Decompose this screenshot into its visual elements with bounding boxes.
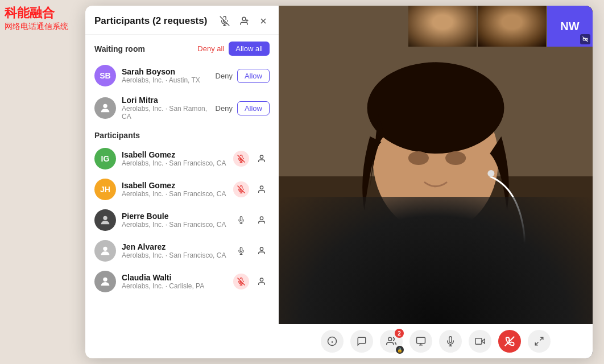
participant-name: Lori Mitra (122, 96, 210, 105)
add-person-icon[interactable] (238, 15, 250, 27)
participant-options-icon[interactable] (254, 243, 270, 259)
participant-name: Pierre Boule (122, 212, 227, 221)
avatar-ja (94, 240, 116, 262)
svg-marker-51 (482, 339, 485, 344)
svg-point-16 (260, 186, 263, 189)
mic-on-icon[interactable] (233, 243, 249, 259)
svg-point-29 (260, 278, 263, 281)
svg-line-55 (535, 342, 538, 345)
main-video-feed (279, 6, 593, 324)
svg-line-30 (582, 36, 588, 42)
avatar-cw (94, 271, 116, 292)
participant-detail: Aerolabs, Inc. · San Ramon, CA (122, 105, 210, 121)
participant-info: Lori Mitra Aerolabs, Inc. · San Ramon, C… (122, 96, 210, 121)
svg-rect-46 (417, 337, 425, 344)
controls-bar: 2 🔒 (279, 324, 593, 358)
participant-options-icon[interactable] (254, 181, 270, 197)
watermark-title: 科能融合 (5, 5, 68, 22)
participant-name: Jen Alvarez (122, 242, 227, 251)
participants-button[interactable]: 2 🔒 (380, 330, 403, 353)
nw-initials: NW (560, 20, 579, 33)
participant-options-icon[interactable] (254, 212, 270, 228)
deny-lori-button[interactable]: Deny (216, 104, 233, 113)
list-item: JH Isabell Gomez Aerolabs, Inc. · San Fr… (85, 174, 279, 205)
participant-detail: Aerolabs, Inc. · San Francisco, CA (122, 190, 227, 198)
participant-info: Sarah Boyson Aerolabs, Inc. · Austin, TX (122, 67, 210, 84)
svg-point-38 (367, 62, 504, 154)
list-item: Claudia Walti Aerolabs, Inc. · Carlisle,… (85, 266, 279, 297)
svg-rect-52 (475, 338, 482, 345)
header-icons (218, 15, 270, 27)
participant-name: Claudia Walti (122, 273, 227, 282)
participant-detail: Aerolabs, Inc. · San Francisco, CA (122, 159, 227, 167)
participant-info: Pierre Boule Aerolabs, Inc. · San Franci… (122, 212, 227, 229)
mute-button[interactable] (233, 181, 249, 197)
participant-options-icon[interactable] (254, 151, 270, 167)
participant-detail: Aerolabs, Inc. · Austin, TX (122, 76, 210, 84)
allow-all-button[interactable]: Allow all (229, 42, 270, 56)
mic-on-icon[interactable] (233, 212, 249, 228)
mic-button[interactable] (439, 330, 462, 353)
participant-detail: Aerolabs, Inc. · Carlisle, PA (122, 282, 227, 290)
allow-sarah-button[interactable]: Allow (237, 69, 270, 83)
participant-name: Isabell Gomez (122, 181, 227, 190)
participants-title: Participants (85, 125, 279, 143)
thumb-face-2 (478, 6, 546, 47)
left-panel: Participants (2 requests) (85, 6, 279, 358)
avatar-pb (94, 209, 116, 231)
video-button[interactable] (469, 330, 491, 353)
allow-lori-button[interactable]: Allow (237, 101, 270, 115)
thumbnail-1[interactable] (408, 6, 477, 47)
thumbnail-nw[interactable]: NW (547, 6, 593, 47)
svg-point-17 (103, 216, 107, 220)
lock-badge: 🔒 (396, 346, 404, 354)
thumb-face-1 (408, 6, 477, 47)
waiting-room-header: Waiting room Deny all Allow all (85, 35, 279, 60)
mute-all-icon[interactable] (218, 15, 231, 27)
thumbnail-2[interactable] (478, 6, 546, 47)
participant-info: Isabell Gomez Aerolabs, Inc. · San Franc… (122, 181, 227, 198)
svg-point-21 (103, 247, 107, 251)
right-panel: NW (279, 6, 593, 358)
waiting-room-section: Waiting room Deny all Allow all SB Sarah… (85, 35, 279, 125)
svg-point-34 (321, 233, 549, 324)
panel-title: Participants (2 requests) (94, 15, 218, 27)
svg-point-24 (260, 247, 263, 250)
participant-name: Sarah Boyson (122, 67, 210, 76)
end-call-button[interactable] (498, 330, 521, 353)
avatar-sb: SB (94, 65, 116, 86)
svg-point-20 (260, 217, 263, 220)
cam-off-icon (580, 34, 590, 44)
screen-share-button[interactable] (409, 330, 432, 353)
close-icon[interactable] (257, 15, 270, 27)
chat-button[interactable] (350, 330, 373, 353)
more-options-button[interactable] (528, 330, 551, 353)
deny-all-button[interactable]: Deny all (197, 44, 224, 53)
mute-button[interactable] (233, 274, 249, 289)
svg-point-39 (487, 170, 494, 177)
waiting-room-item: Lori Mitra Aerolabs, Inc. · San Ramon, C… (85, 91, 279, 125)
participant-info: Jen Alvarez Aerolabs, Inc. · San Francis… (122, 242, 227, 259)
waiting-item-actions: Deny Allow (216, 101, 270, 115)
avatar-lm (94, 97, 116, 119)
participant-detail: Aerolabs, Inc. · San Francisco, CA (122, 251, 227, 259)
participant-info: Claudia Walti Aerolabs, Inc. · Carlisle,… (122, 273, 227, 290)
waiting-room-item: SB Sarah Boyson Aerolabs, Inc. · Austin,… (85, 60, 279, 91)
participants-badge: 2 (395, 329, 404, 338)
svg-line-54 (540, 337, 543, 340)
participant-options-icon[interactable] (254, 274, 270, 289)
info-button[interactable] (321, 330, 344, 353)
main-container: Participants (2 requests) (85, 6, 593, 358)
deny-sarah-button[interactable]: Deny (216, 72, 233, 80)
participant-controls (233, 274, 270, 289)
participant-controls (233, 151, 270, 167)
panel-scroll: Waiting room Deny all Allow all SB Sarah… (85, 35, 279, 358)
mute-button[interactable] (233, 151, 249, 167)
waiting-item-actions: Deny Allow (216, 69, 270, 83)
watermark: 科能融合 网络电话通信系统 (5, 5, 68, 32)
svg-point-12 (260, 155, 263, 158)
svg-point-40 (408, 151, 429, 165)
main-video (279, 6, 593, 324)
participant-controls (233, 181, 270, 197)
participant-controls (233, 243, 270, 259)
